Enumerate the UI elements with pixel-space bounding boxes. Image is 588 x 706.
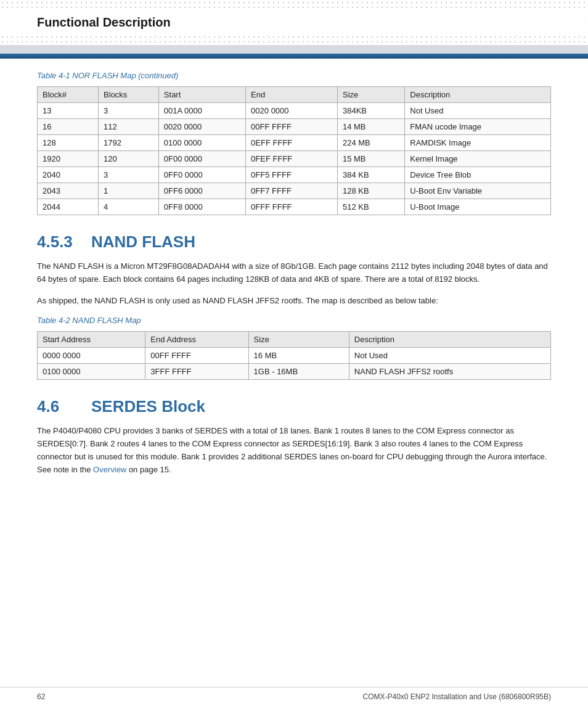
table-row: 204030FF0 00000FF5 FFFF384 KBDevice Tree…: [38, 167, 551, 183]
table-cell: 0100 0000: [38, 364, 145, 380]
table-cell: Device Tree Blob: [405, 167, 551, 183]
table-cell: U-Boot Env Variable: [405, 183, 551, 199]
section-46-heading: 4.6 SERDES Block: [37, 397, 551, 416]
table-cell: 2043: [38, 183, 99, 199]
table-cell: 224 MB: [337, 135, 404, 151]
table-cell: 1GB - 16MB: [248, 364, 349, 380]
table-cell: 0FF0 0000: [158, 167, 245, 183]
table-cell: 384KB: [337, 103, 404, 119]
table-cell: 16 MB: [248, 348, 349, 364]
table-cell: 384 KB: [337, 167, 404, 183]
table-cell: 0EFF FFFF: [246, 135, 338, 151]
table-cell: 128: [38, 135, 99, 151]
blue-bar-decoration: [0, 54, 588, 59]
table2-col-description: Description: [349, 332, 550, 348]
table-cell: 1792: [99, 135, 159, 151]
table-cell: 0FEF FFFF: [246, 151, 338, 167]
table-cell: 15 MB: [337, 151, 404, 167]
table2-col-end-address: End Address: [145, 332, 248, 348]
table-cell: FMAN ucode Image: [405, 119, 551, 135]
table-cell: 4: [99, 199, 159, 215]
table-cell: 0100 0000: [158, 135, 245, 151]
page-header: Functional Description: [0, 0, 588, 59]
table-cell: 0020 0000: [246, 103, 338, 119]
table-cell: 14 MB: [337, 119, 404, 135]
table-row: 161120020 000000FF FFFF14 MBFMAN ucode I…: [38, 119, 551, 135]
table-cell: 120: [99, 151, 159, 167]
footer-page-number: 62: [37, 692, 45, 701]
table1-col-blocks: Blocks: [99, 87, 159, 103]
table-cell: 0FFF FFFF: [246, 199, 338, 215]
table1-col-size: Size: [337, 87, 404, 103]
section-453-heading: 4.5.3 NAND FLASH: [37, 232, 551, 252]
table-cell: 0FF7 FFFF: [246, 183, 338, 199]
table-cell: Not Used: [349, 348, 550, 364]
section-46-paragraph1: The P4040/P4080 CPU provides 3 banks of …: [37, 425, 551, 476]
table-cell: U-Boot Image: [405, 199, 551, 215]
page-footer: 62 COMX-P40x0 ENP2 Installation and Use …: [0, 687, 588, 706]
table-cell: 3: [99, 167, 159, 183]
section-46-text-after-link: on page 15.: [126, 465, 171, 474]
table-cell: 3: [99, 103, 159, 119]
overview-link[interactable]: Overview: [93, 465, 126, 474]
table-cell: 001A 0000: [158, 103, 245, 119]
table-cell: 128 KB: [337, 183, 404, 199]
table-cell: Kernel Image: [405, 151, 551, 167]
table-cell: 512 KB: [337, 199, 404, 215]
table-cell: 0F00 0000: [158, 151, 245, 167]
table1-nor-flash: Block# Blocks Start End Size Description…: [37, 86, 551, 215]
table2-col-size: Size: [248, 332, 349, 348]
section-453-paragraph1: The NAND FLASH is a Micron MT29F8G08ADAD…: [37, 260, 551, 286]
table2-header-row: Start Address End Address Size Descripti…: [38, 332, 551, 348]
table-cell: 0FF6 0000: [158, 183, 245, 199]
table-cell: RAMDISK Image: [405, 135, 551, 151]
table-cell: 0FF5 FFFF: [246, 167, 338, 183]
table-row: 19201200F00 00000FEF FFFF15 MBKernel Ima…: [38, 151, 551, 167]
table-row: 133001A 00000020 0000384KBNot Used: [38, 103, 551, 119]
section-453-paragraph2: As shipped, the NAND FLASH is only used …: [37, 295, 551, 308]
table-cell: NAND FLASH JFFS2 rootfs: [349, 364, 550, 380]
table-row: 204310FF6 00000FF7 FFFF128 KBU-Boot Env …: [38, 183, 551, 199]
table-row: 0100 00003FFF FFFF1GB - 16MBNAND FLASH J…: [38, 364, 551, 380]
table2-caption: Table 4-2 NAND FLASH Map: [37, 316, 551, 325]
table-cell: 2044: [38, 199, 99, 215]
table2-col-start-address: Start Address: [38, 332, 145, 348]
table-cell: 112: [99, 119, 159, 135]
header-title-bar: Functional Description: [0, 11, 588, 33]
table-row: 0000 000000FF FFFF16 MBNot Used: [38, 348, 551, 364]
table1-col-block: Block#: [38, 87, 99, 103]
table-cell: 00FF FFFF: [246, 119, 338, 135]
table-cell: 0FF8 0000: [158, 199, 245, 215]
table-cell: 0000 0000: [38, 348, 145, 364]
section-46-title: SERDES Block: [91, 397, 205, 416]
table-cell: 00FF FFFF: [145, 348, 248, 364]
table1-col-end: End: [246, 87, 338, 103]
table-cell: 0020 0000: [158, 119, 245, 135]
table-cell: Not Used: [405, 103, 551, 119]
page-title: Functional Description: [37, 15, 171, 30]
section-46-number: 4.6: [37, 397, 80, 416]
table1-caption: Table 4-1 NOR FLASH Map (continued): [37, 71, 551, 80]
table-cell: 16: [38, 119, 99, 135]
table-cell: 2040: [38, 167, 99, 183]
footer-document-title: COMX-P40x0 ENP2 Installation and Use (68…: [363, 692, 552, 701]
section-453-title: NAND FLASH: [91, 232, 195, 252]
table1-col-start: Start: [158, 87, 245, 103]
table2-nand-flash: Start Address End Address Size Descripti…: [37, 331, 551, 380]
gray-stripe-decoration: [0, 45, 588, 54]
table-cell: 1: [99, 183, 159, 199]
table-row: 204440FF8 00000FFF FFFF512 KBU-Boot Imag…: [38, 199, 551, 215]
table1-header-row: Block# Blocks Start End Size Description: [38, 87, 551, 103]
section-453-number: 4.5.3: [37, 232, 80, 252]
table-row: 12817920100 00000EFF FFFF224 MBRAMDISK I…: [38, 135, 551, 151]
table1-col-description: Description: [405, 87, 551, 103]
main-content: Table 4-1 NOR FLASH Map (continued) Bloc…: [0, 59, 588, 510]
table-cell: 1920: [38, 151, 99, 167]
table-cell: 3FFF FFFF: [145, 364, 248, 380]
table-cell: 13: [38, 103, 99, 119]
